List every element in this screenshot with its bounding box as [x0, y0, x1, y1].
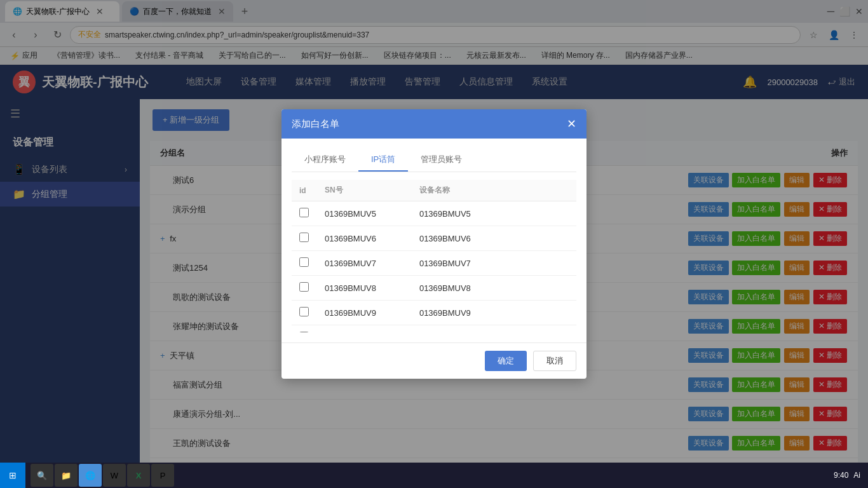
- row-checkbox[interactable]: [299, 208, 309, 217]
- taskbar-ai: Ai: [853, 471, 860, 480]
- modal-sn-cell: 01369BMUV5: [317, 201, 412, 226]
- taskbar-ppt[interactable]: P: [151, 464, 174, 487]
- taskbar-excel[interactable]: X: [127, 464, 150, 487]
- taskbar-time: 9:40: [834, 471, 848, 480]
- taskbar-chrome[interactable]: 🌐: [79, 464, 102, 487]
- taskbar-explorer[interactable]: 📁: [55, 464, 78, 487]
- row-checkbox[interactable]: [299, 282, 309, 292]
- taskbar-word[interactable]: W: [103, 464, 126, 487]
- tab-mini-program[interactable]: 小程序账号: [292, 149, 358, 172]
- modal-footer: 确定 取消: [281, 342, 587, 379]
- modal-sn-cell: 01369BMUV8: [317, 276, 412, 301]
- row-checkbox[interactable]: [299, 257, 309, 267]
- modal-sn-cell: 01369BMUVA: [317, 325, 412, 333]
- taskbar-search[interactable]: 🔍: [31, 464, 53, 487]
- modal-col-sn: SN号: [317, 180, 412, 201]
- modal-checkbox-cell[interactable]: [292, 301, 317, 325]
- modal-col-name: 设备名称: [412, 180, 576, 201]
- cancel-btn[interactable]: 取消: [533, 351, 576, 371]
- modal-device-name-cell: 01369BMUV8: [412, 276, 576, 301]
- taskbar: ⊞ 🔍 📁 🌐 W X P 9:40 Ai: [0, 463, 868, 488]
- modal-table-row: 01369BMUV6 01369BMUV6: [292, 226, 576, 251]
- modal-checkbox-cell[interactable]: [292, 276, 317, 301]
- confirm-btn[interactable]: 确定: [485, 351, 527, 371]
- row-checkbox[interactable]: [299, 307, 309, 316]
- modal-device-table: id SN号 设备名称 01369BMUV5 01369BMUV5 01369B…: [292, 180, 576, 332]
- modal-col-id: id: [292, 180, 317, 201]
- modal-title: 添加白名单: [292, 118, 339, 130]
- whitelist-modal: 添加白名单 ✕ 小程序账号 IP话筒 管理员账号 id SN号 设备名称: [281, 109, 587, 379]
- modal-table-row: 01369BMUV9 01369BMUV9: [292, 301, 576, 325]
- taskbar-right: 9:40 Ai: [826, 471, 868, 480]
- modal-sn-cell: 01369BMUV7: [317, 251, 412, 276]
- modal-checkbox-cell[interactable]: [292, 325, 317, 333]
- row-checkbox[interactable]: [299, 332, 309, 332]
- modal-sn-cell: 01369BMUV9: [317, 301, 412, 325]
- modal-device-name-cell: 01369BMUV6: [412, 226, 576, 251]
- tab-admin-account[interactable]: 管理员账号: [408, 149, 475, 172]
- modal-device-name-cell: 01369BMUV7: [412, 251, 576, 276]
- modal-checkbox-cell[interactable]: [292, 226, 317, 251]
- modal-checkbox-cell[interactable]: [292, 251, 317, 276]
- modal-tabs: 小程序账号 IP话筒 管理员账号: [292, 149, 576, 172]
- taskbar-items: 🔍 📁 🌐 W X P: [25, 464, 826, 487]
- modal-header: 添加白名单 ✕: [281, 109, 587, 139]
- modal-table-row: 01369BMUV7 01369BMUV7: [292, 251, 576, 276]
- modal-list-area: id SN号 设备名称 01369BMUV5 01369BMUV5 01369B…: [292, 180, 576, 332]
- modal-table-row: 01369BMUV8 01369BMUV8: [292, 276, 576, 301]
- start-btn[interactable]: ⊞: [0, 463, 25, 488]
- modal-checkbox-cell[interactable]: [292, 201, 317, 226]
- modal-table-row: 01369BMUVA 01369BMUVA（刘伟演示）: [292, 325, 576, 333]
- modal-device-name-cell: 01369BMUVA（刘伟演示）: [412, 325, 576, 333]
- modal-close-btn[interactable]: ✕: [567, 117, 576, 131]
- row-checkbox[interactable]: [299, 233, 309, 242]
- tab-ip-speaker[interactable]: IP话筒: [358, 149, 408, 172]
- modal-overlay: 添加白名单 ✕ 小程序账号 IP话筒 管理员账号 id SN号 设备名称: [0, 0, 868, 488]
- modal-device-name-cell: 01369BMUV5: [412, 201, 576, 226]
- modal-device-name-cell: 01369BMUV9: [412, 301, 576, 325]
- modal-sn-cell: 01369BMUV6: [317, 226, 412, 251]
- modal-table-row: 01369BMUV5 01369BMUV5: [292, 201, 576, 226]
- modal-body: 小程序账号 IP话筒 管理员账号 id SN号 设备名称: [281, 139, 587, 342]
